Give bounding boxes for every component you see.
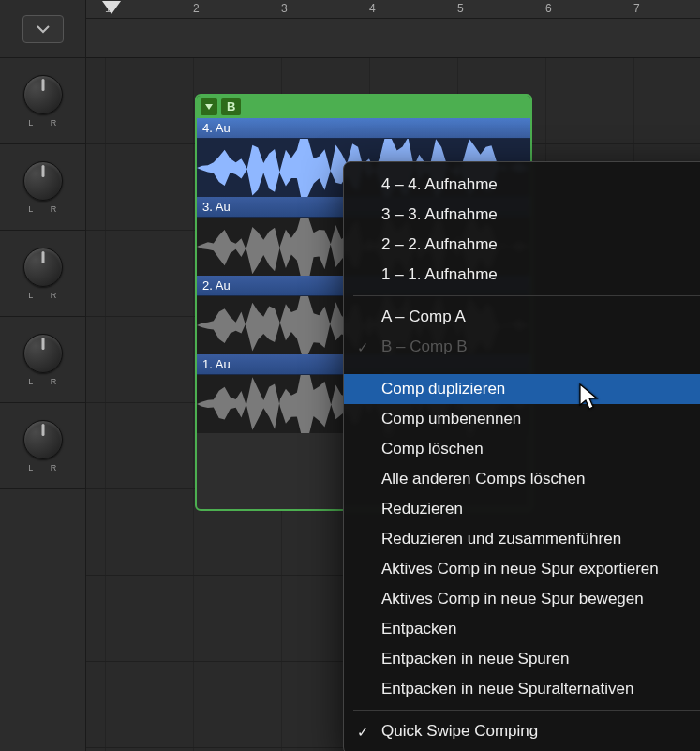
menu-item[interactable]: 1 – 1. Aufnahme: [344, 260, 700, 290]
menu-item-label: Entpacken: [381, 620, 456, 638]
pan-knob[interactable]: [23, 248, 63, 287]
menu-item[interactable]: 2 – 2. Aufnahme: [344, 230, 700, 260]
checkmark-icon: ✓: [357, 338, 369, 358]
playhead[interactable]: [102, 1, 121, 14]
mouse-cursor-icon: [578, 383, 601, 414]
arrange-area[interactable]: 1234567 B 4. Au 3. Au: [86, 0, 700, 751]
pan-knob[interactable]: [23, 161, 63, 201]
track-header[interactable]: L R: [0, 58, 85, 144]
pan-left-label: L: [28, 377, 34, 386]
pan-knob[interactable]: [23, 420, 63, 459]
menu-item[interactable]: Entpacken in neue Spuralternativen: [344, 674, 700, 704]
take-comp-badge[interactable]: B: [221, 98, 241, 115]
menu-item[interactable]: 3 – 3. Aufnahme: [344, 200, 700, 230]
pan-knob[interactable]: [23, 334, 63, 373]
menu-item[interactable]: Reduzieren und zusammenführen: [344, 524, 700, 554]
menu-item-label: Entpacken in neue Spuren: [381, 650, 569, 668]
sidebar-top: [0, 0, 85, 58]
menu-item[interactable]: Aktives Comp in neue Spur exportieren: [344, 554, 700, 584]
pan-left-label: L: [28, 463, 34, 473]
take-lane-header[interactable]: 4. Au: [197, 118, 530, 139]
track-list-dropdown[interactable]: [22, 15, 64, 43]
take-folder-context-menu: 4 – 4. Aufnahme3 – 3. Aufnahme2 – 2. Auf…: [343, 161, 700, 751]
menu-item-label: Aktives Comp in neue Spur bewegen: [381, 590, 644, 608]
timeline-ruler[interactable]: 1234567: [86, 0, 700, 19]
ruler-number: 3: [281, 2, 288, 15]
ruler-body: [86, 19, 700, 58]
menu-item[interactable]: Comp umbenennen: [344, 404, 700, 434]
menu-item-label: Reduzieren: [381, 500, 463, 518]
menu-item-label: Comp löschen: [381, 440, 484, 458]
track-header[interactable]: L R: [0, 403, 85, 489]
disclosure-triangle-icon[interactable]: [201, 98, 217, 115]
menu-item-label: Reduzieren und zusammenführen: [381, 530, 621, 548]
menu-item-label: B – Comp B: [381, 338, 468, 355]
track-header[interactable]: L R: [0, 317, 85, 403]
menu-item[interactable]: Comp löschen: [344, 434, 700, 464]
menu-item-label: Entpacken in neue Spuralternativen: [381, 680, 633, 698]
take-lane-label: 2. Au: [202, 278, 231, 293]
menu-item-label: Aktives Comp in neue Spur exportieren: [381, 560, 659, 578]
pan-label: L R: [28, 463, 57, 473]
menu-item: ✓B – Comp B: [344, 332, 700, 362]
menu-item-label: Quick Swipe Comping: [381, 722, 538, 740]
ruler-number: 6: [545, 2, 552, 15]
menu-item[interactable]: A – Comp A: [344, 302, 700, 332]
take-lane-label: 3. Au: [202, 200, 231, 214]
menu-item[interactable]: Reduzieren: [344, 494, 700, 524]
menu-item-label: 2 – 2. Aufnahme: [381, 235, 498, 253]
pan-label: L R: [28, 291, 57, 300]
take-lane-label: 1. Au: [202, 357, 231, 371]
menu-separator: [353, 295, 700, 296]
pan-label: L R: [28, 377, 57, 386]
menu-item-label: Alle anderen Comps löschen: [381, 470, 585, 488]
pan-knob[interactable]: [23, 75, 63, 114]
pan-label: L R: [28, 118, 57, 128]
menu-separator: [353, 710, 700, 711]
pan-left-label: L: [28, 204, 34, 214]
take-folder-header[interactable]: B: [197, 96, 530, 118]
menu-item[interactable]: Aktives Comp in neue Spur bewegen: [344, 584, 700, 614]
track-header[interactable]: L R: [0, 144, 85, 231]
pan-label: L R: [28, 204, 57, 214]
menu-item[interactable]: Entpacken: [344, 614, 700, 644]
menu-item[interactable]: ✓Quick Swipe Comping: [344, 716, 700, 746]
menu-item-label: A – Comp A: [381, 308, 466, 325]
track-header-sidebar: L R L R L R L R L R: [0, 0, 86, 751]
menu-item[interactable]: 4 – 4. Aufnahme: [344, 170, 700, 200]
menu-item-label: 4 – 4. Aufnahme: [381, 175, 498, 193]
ruler-number: 4: [369, 2, 376, 15]
menu-item-label: 3 – 3. Aufnahme: [381, 205, 498, 223]
pan-right-label: R: [51, 118, 57, 128]
pan-right-label: R: [51, 463, 57, 473]
checkmark-icon: ✓: [357, 722, 369, 743]
menu-item[interactable]: Entpacken in neue Spuren: [344, 644, 700, 674]
menu-separator: [353, 368, 700, 368]
pan-left-label: L: [28, 291, 34, 300]
pan-right-label: R: [51, 291, 57, 300]
pan-left-label: L: [28, 118, 34, 128]
menu-item[interactable]: Comp duplizieren: [344, 374, 700, 404]
take-lane-label: 4. Au: [202, 121, 231, 135]
ruler-number: 2: [193, 2, 200, 15]
pan-right-label: R: [51, 204, 57, 214]
ruler-number: 7: [633, 2, 640, 15]
menu-item-label: 1 – 1. Aufnahme: [381, 265, 498, 283]
ruler-number: 5: [457, 2, 464, 15]
pan-right-label: R: [51, 377, 57, 386]
menu-item[interactable]: Alle anderen Comps löschen: [344, 464, 700, 494]
menu-item-label: Comp umbenennen: [381, 410, 521, 428]
track-header[interactable]: L R: [0, 231, 85, 317]
chevron-down-icon: [36, 23, 51, 35]
menu-item-label: Comp duplizieren: [381, 380, 505, 398]
